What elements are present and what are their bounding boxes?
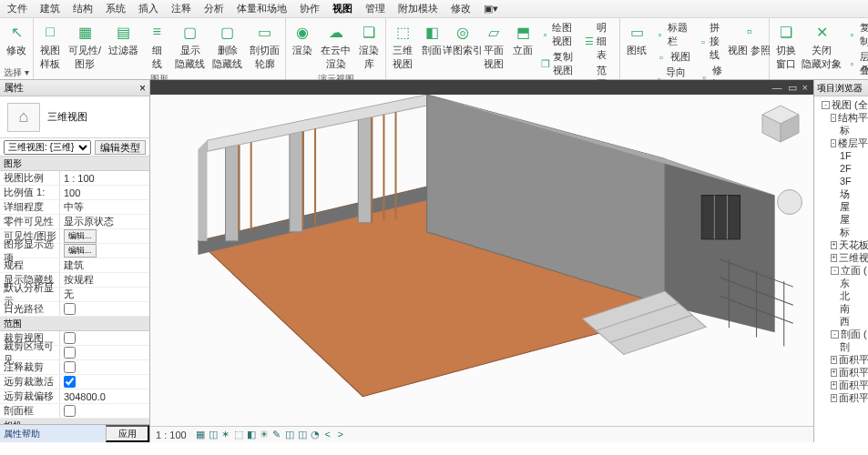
- viewbar-icon[interactable]: ⬚: [232, 429, 245, 441]
- prop-checkbox[interactable]: [64, 332, 76, 344]
- tree-node[interactable]: -剖面 (: [816, 328, 868, 340]
- prop-value[interactable]: [60, 331, 149, 345]
- ribbon-button[interactable]: ❏切换 窗口: [773, 20, 799, 73]
- ribbon-button[interactable]: ▭剖切面 轮廓: [248, 20, 281, 73]
- tree-expand-icon[interactable]: +: [831, 369, 837, 377]
- tree-expand-icon[interactable]: -: [831, 114, 836, 122]
- menu-collab[interactable]: 协作: [300, 2, 320, 15]
- viewport-3d[interactable]: — ▭ ×: [150, 80, 813, 442]
- tree-expand-icon[interactable]: +: [831, 394, 837, 402]
- ribbon-button[interactable]: ▭图纸: [624, 20, 649, 59]
- type-selector-box[interactable]: ⌂ 三维视图: [0, 96, 149, 138]
- tree-node[interactable]: 剖: [816, 340, 868, 353]
- ribbon-button[interactable]: ◉渲染: [290, 20, 315, 59]
- viewbar-icon[interactable]: <: [322, 428, 334, 440]
- viewbar-icon[interactable]: ◧: [245, 429, 258, 441]
- viewbar-icon[interactable]: ✎: [271, 429, 283, 441]
- viewcube[interactable]: [759, 102, 802, 146]
- viewbar-icon[interactable]: ◫: [283, 429, 296, 441]
- ribbon-button[interactable]: ≡细 线: [144, 20, 169, 73]
- prop-value[interactable]: 显示原状态: [60, 215, 149, 228]
- nav-wheel[interactable]: [777, 189, 802, 215]
- menu-arch[interactable]: 建筑: [40, 2, 60, 15]
- menu-annot[interactable]: 注释: [171, 2, 191, 15]
- tree-node[interactable]: 屋: [816, 213, 868, 226]
- ribbon-button[interactable]: ❏渲染 库: [356, 20, 382, 73]
- ribbon-button[interactable]: ◎详图索引: [448, 20, 477, 59]
- prop-checkbox[interactable]: [64, 361, 76, 373]
- menu-mass[interactable]: 体量和场地: [237, 2, 287, 15]
- viewbar-icon[interactable]: ▦: [194, 429, 207, 441]
- prop-value[interactable]: [60, 375, 149, 389]
- tree-node[interactable]: 西: [816, 315, 868, 328]
- tree-node[interactable]: 2F: [816, 162, 868, 175]
- menu-file[interactable]: 文件: [7, 2, 27, 15]
- prop-value[interactable]: 304800.0: [60, 389, 149, 403]
- ribbon-button[interactable]: ⬚三维 视图: [390, 20, 415, 73]
- tree-node[interactable]: 南: [816, 302, 868, 315]
- viewport-close-icon[interactable]: ×: [802, 82, 808, 94]
- menu-modify[interactable]: 修改: [451, 2, 471, 15]
- viewbar-icon[interactable]: ◫: [296, 429, 309, 441]
- ribbon-button[interactable]: ◧剖面: [419, 20, 444, 59]
- menu-insert[interactable]: 插入: [138, 2, 158, 15]
- menu-struct[interactable]: 结构: [73, 2, 93, 15]
- tree-expand-icon[interactable]: -: [831, 330, 839, 339]
- view-scale[interactable]: 1 : 100: [156, 430, 187, 440]
- tree-node[interactable]: 屋: [816, 200, 868, 213]
- prop-checkbox[interactable]: [64, 303, 76, 315]
- edit-type-button[interactable]: 编辑类型: [95, 140, 146, 155]
- menu-analyze[interactable]: 分析: [204, 2, 224, 15]
- menu-view[interactable]: 视图: [332, 2, 352, 15]
- tree-node[interactable]: +面积平: [816, 366, 868, 379]
- ribbon-button[interactable]: ▢删除 隐藏线: [210, 20, 244, 73]
- tree-node[interactable]: +面积平: [816, 379, 868, 391]
- prop-value[interactable]: 中等: [60, 200, 149, 214]
- tree-node[interactable]: 3F: [816, 175, 868, 187]
- ribbon-button[interactable]: ▢显示 隐藏线: [173, 20, 207, 73]
- tree-expand-icon[interactable]: +: [831, 241, 837, 249]
- viewbar-icon[interactable]: >: [334, 428, 347, 440]
- ribbon-button[interactable]: ▦可见性/ 图形: [66, 20, 103, 73]
- tree-node[interactable]: +面积平: [816, 353, 868, 366]
- prop-edit-button[interactable]: 编辑...: [64, 229, 97, 243]
- instance-selector[interactable]: 三维视图: {三维}: [4, 140, 91, 155]
- ribbon-button[interactable]: ▫层叠: [845, 49, 868, 78]
- tree-node[interactable]: 标: [816, 124, 868, 136]
- prop-value[interactable]: [60, 404, 149, 418]
- prop-checkbox[interactable]: [64, 347, 76, 359]
- ribbon-button[interactable]: □视图 样板: [37, 20, 63, 73]
- tree-expand-icon[interactable]: +: [831, 381, 837, 389]
- prop-checkbox[interactable]: [64, 376, 76, 388]
- scene-3d[interactable]: [150, 95, 813, 442]
- prop-value[interactable]: 100: [60, 186, 149, 199]
- ribbon-button[interactable]: ▫拼接线: [698, 20, 730, 63]
- ribbon-button[interactable]: ▱平面 视图: [481, 20, 506, 73]
- ribbon-button[interactable]: ☁在云中 渲染: [319, 20, 352, 73]
- prop-value[interactable]: 1 : 100: [60, 171, 149, 185]
- tree-node[interactable]: 东: [816, 277, 868, 289]
- ribbon-button[interactable]: ▫视图: [653, 49, 694, 65]
- viewport-max-icon[interactable]: ▭: [788, 82, 797, 94]
- tree-node[interactable]: -视图 (全: [816, 98, 868, 111]
- ribbon-button[interactable]: ❐复制 视图: [539, 49, 578, 78]
- prop-value[interactable]: [60, 360, 149, 374]
- prop-checkbox[interactable]: [64, 405, 76, 417]
- tree-node[interactable]: +面积平: [816, 391, 868, 404]
- apply-button[interactable]: 应用: [106, 425, 149, 442]
- menu-manage[interactable]: 管理: [365, 2, 385, 15]
- prop-value[interactable]: 建筑: [60, 258, 149, 272]
- tree-node[interactable]: 1F: [816, 149, 868, 162]
- ribbon-button[interactable]: ⬒立面: [510, 20, 536, 59]
- tree-node[interactable]: +三维视: [816, 251, 868, 264]
- viewbar-icon[interactable]: ☀: [258, 429, 271, 441]
- ribbon-button[interactable]: ▫视图 参照: [733, 20, 765, 59]
- menu-sys[interactable]: 系统: [106, 2, 126, 15]
- ribbon-button[interactable]: ▫绘图 视图: [539, 20, 578, 49]
- tree-expand-icon[interactable]: -: [822, 101, 830, 109]
- prop-value[interactable]: 无: [60, 288, 149, 301]
- ribbon-button[interactable]: ▤过滤器: [107, 20, 140, 59]
- ribbon-button[interactable]: ▫复制: [845, 20, 868, 49]
- tree-node[interactable]: -楼层平: [816, 136, 868, 149]
- tree-node[interactable]: +天花板: [816, 238, 868, 251]
